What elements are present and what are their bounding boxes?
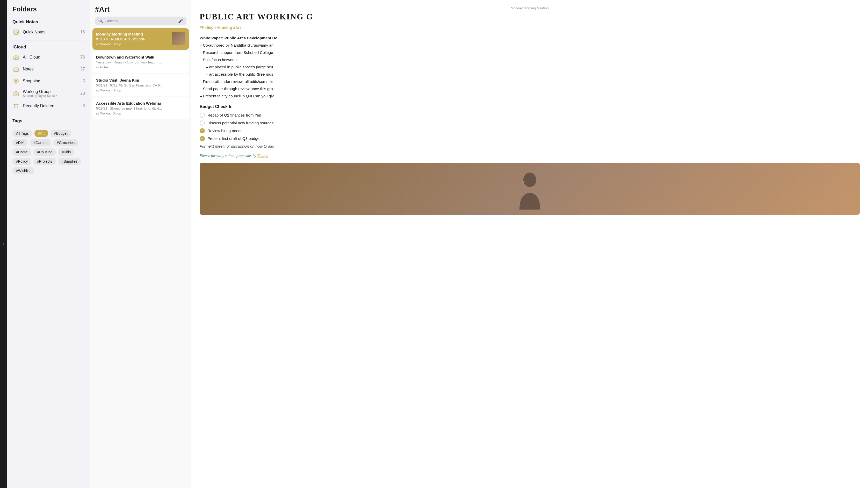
line-7: – Send paper through review once this gr…: [200, 86, 860, 92]
note-image: [200, 163, 860, 215]
checkbox-hiring[interactable]: [200, 128, 205, 133]
budget-checkin-header: Budget Check-In: [200, 103, 860, 110]
note-card-studio-visit[interactable]: Studio Visit: Jeena Kim 5/31/21 6718 4th…: [92, 74, 189, 96]
note-title-studio: Studio Visit: Jeena Kim: [96, 78, 185, 82]
shopping-icon: [12, 78, 20, 85]
tag-wishlist[interactable]: #Wishlist: [12, 167, 34, 174]
note-card-monday-morning[interactable]: Monday Morning Meeting 9:41 AM PUBLIC AR…: [92, 28, 189, 50]
checklist-item-funding: Discuss potential new funding sources: [200, 120, 860, 126]
note-folder-downtown: 🗂 Notes: [96, 65, 185, 69]
note-card-downtown-header: Downtown and Waterfront Walk Yesterday R…: [96, 55, 185, 69]
note-title-downtown: Downtown and Waterfront Walk: [96, 55, 185, 59]
note-date-studio: 5/31/21: [96, 83, 107, 87]
checklist-item-hiring: Review hiring needs: [200, 128, 860, 134]
notes-list: Monday Morning Meeting 9:41 AM PUBLIC AR…: [90, 28, 191, 488]
white-paper-header-bold: White Paper: Public Art's Development Be: [200, 36, 277, 40]
tag-supplies[interactable]: #Supplies: [58, 158, 81, 165]
icloud-section-label: iCloud: [12, 44, 26, 50]
tags-grid: All Tags #Art #Budget #DIY #Garden #Groc…: [12, 130, 85, 174]
tag-garden[interactable]: #Garden: [30, 139, 51, 146]
note-folder-accessible: 🗂 Working Group: [96, 112, 185, 115]
svg-point-6: [522, 181, 524, 183]
folder-name-shopping: Shopping: [23, 79, 83, 83]
search-input[interactable]: [105, 19, 176, 23]
tag-budget[interactable]: #Budget: [50, 130, 71, 137]
green-line: Please formally submit proposals by: [200, 154, 257, 158]
trash-icon: [12, 102, 20, 110]
note-preview-accessible: Should be max 1 hour long, divid...: [110, 106, 162, 110]
tags-section-label: Tags: [12, 118, 22, 124]
note-card-monday-header: Monday Morning Meeting 9:41 AM PUBLIC AR…: [96, 32, 185, 46]
note-card-studio-content: Studio Visit: Jeena Kim 5/31/21 6718 4th…: [96, 78, 185, 92]
note-card-accessible-arts[interactable]: Accessible Arts Education Webinar 5/29/2…: [92, 97, 189, 119]
note-card-accessible-content: Accessible Arts Education Webinar 5/29/2…: [96, 101, 185, 115]
search-bar[interactable]: 🔍 🎤: [95, 17, 186, 25]
folder-name-notes: Notes: [23, 67, 80, 71]
note-card-monday-content: Monday Morning Meeting 9:41 AM PUBLIC AR…: [96, 32, 169, 46]
checklist-text-hiring: Review hiring needs: [208, 128, 242, 134]
svg-point-5: [523, 173, 536, 187]
icloud-chevron-icon[interactable]: ⌄: [82, 45, 85, 49]
note-detail-title: PUBLIC ART WORKING G: [200, 12, 860, 21]
line-1: – Co-authored by Nanditha Guruswamy an: [200, 42, 860, 49]
folders-title: Folders: [7, 5, 90, 17]
note-thumb-monday: [172, 32, 185, 45]
green-line-link[interactable]: Thursd: [257, 154, 268, 158]
folder-item-recently-deleted[interactable]: Recently Deleted 3: [7, 100, 90, 112]
folder-item-working-group[interactable]: Working Group Shared by Taylor Schultz 2…: [7, 87, 90, 100]
checklist-item-recap: Recap of Q2 finances from Yen: [200, 112, 860, 118]
sidebar-dot: [3, 243, 4, 245]
folder-name-recently-deleted: Recently Deleted: [23, 103, 83, 108]
note-detail-panel: Monday Morning Meeting PUBLIC ART WORKIN…: [191, 0, 868, 488]
all-icloud-icon: [12, 54, 20, 61]
folder-item-quick-notes[interactable]: Quick Notes 16: [7, 26, 90, 38]
folder-icon-downtown: 🗂: [96, 65, 99, 69]
note-preview-monday: PUBLIC ART WORKIN...: [111, 37, 148, 41]
tag-policy[interactable]: #Policy: [12, 158, 31, 165]
folder-name-quick-notes: Quick Notes: [23, 30, 80, 34]
folder-count-quick-notes: 16: [80, 30, 85, 34]
note-card-downtown[interactable]: Downtown and Waterfront Walk Yesterday R…: [92, 51, 189, 73]
note-title-monday: Monday Morning Meeting: [96, 32, 169, 36]
tags-grid-container: All Tags #Art #Budget #DIY #Garden #Groc…: [7, 125, 90, 176]
checkbox-recap[interactable]: [200, 113, 205, 118]
icloud-section-header[interactable]: iCloud ⌄: [7, 42, 90, 51]
note-detail-meta: Monday Morning Meeting: [200, 6, 860, 10]
folder-count-all-icloud: 76: [80, 55, 85, 60]
notes-folder-icon: [12, 65, 20, 73]
folder-name-all-icloud: All iCloud: [23, 55, 80, 60]
folder-icon-accessible: 🗂: [96, 112, 99, 115]
notes-list-panel: #Art 🔍 🎤 Monday Morning Meeting 9:41 AM …: [90, 0, 191, 488]
checklist-text-funding: Discuss potential new funding sources: [208, 120, 274, 126]
note-detail-body: White Paper: Public Art's Development Be…: [200, 35, 860, 215]
folder-item-notes[interactable]: Notes 37: [7, 63, 90, 75]
folder-item-shopping[interactable]: Shopping 5: [7, 75, 90, 87]
tags-section-header[interactable]: Tags ⌄: [7, 116, 90, 125]
folder-icon-studio: 🗂: [96, 89, 99, 92]
tag-projects[interactable]: #Projects: [33, 158, 56, 165]
line-2: – Research support from Schoberl College: [200, 50, 860, 56]
tag-all-tags[interactable]: All Tags: [12, 130, 32, 137]
italic-line: For next meeting: discussion on how to a…: [200, 143, 860, 149]
person-silhouette-svg: [514, 168, 545, 210]
quick-notes-chevron-icon[interactable]: ⌄: [82, 20, 85, 24]
tag-home[interactable]: #Home: [12, 148, 31, 156]
tag-diy[interactable]: #DIY: [12, 139, 28, 146]
quick-notes-icon: [12, 29, 20, 36]
folders-panel: Folders Quick Notes ⌄ Quick Notes 16 iCl…: [7, 0, 90, 488]
line-5: – art accessible by the public (free mus: [206, 71, 860, 78]
tags-chevron-icon[interactable]: ⌄: [82, 119, 85, 123]
note-card-accessible-header: Accessible Arts Education Webinar 5/29/2…: [96, 101, 185, 115]
quick-notes-section-header[interactable]: Quick Notes ⌄: [7, 17, 90, 26]
checkbox-funding[interactable]: [200, 120, 205, 126]
tag-housing[interactable]: #Housing: [33, 148, 56, 156]
checkbox-budget-draft[interactable]: [200, 136, 205, 141]
note-preview-downtown: Roughly 1.5-hour walk featurin...: [114, 60, 162, 64]
tag-art[interactable]: #Art: [34, 130, 49, 137]
quick-notes-section-label: Quick Notes: [12, 20, 38, 25]
tag-kids[interactable]: #Kids: [58, 148, 74, 156]
folder-item-all-icloud[interactable]: All iCloud 76: [7, 51, 90, 63]
tag-groceries[interactable]: #Groceries: [53, 139, 78, 146]
note-date-accessible: 5/29/21: [96, 106, 107, 110]
mic-icon[interactable]: 🎤: [178, 19, 183, 23]
